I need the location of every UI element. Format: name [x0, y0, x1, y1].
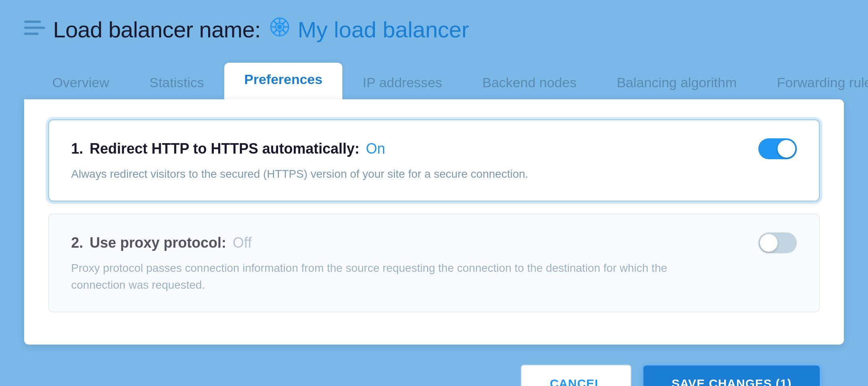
setting-card-proxy: 2. Use proxy protocol: Off Proxy protoco…	[48, 214, 820, 312]
setting-description-2: Proxy protocol passes connection informa…	[71, 260, 714, 294]
svg-rect-1	[24, 27, 45, 29]
setting-description-1: Always redirect visitors to the secured …	[71, 166, 714, 183]
setting-number-1: 1.	[71, 140, 83, 157]
setting-number-2: 2.	[71, 234, 83, 251]
setting-card-redirect: 1. Redirect HTTP to HTTPS automatically:…	[48, 119, 820, 201]
header: Load balancer name: My lo	[24, 16, 844, 43]
setting-title-text-1: Redirect HTTP to HTTPS automatically:	[90, 140, 359, 157]
svg-point-3	[277, 25, 282, 29]
tab-backend-nodes[interactable]: Backend nodes	[462, 66, 596, 99]
balancer-name: My load balancer	[298, 16, 469, 43]
svg-rect-0	[24, 21, 41, 23]
svg-line-12	[283, 21, 286, 24]
setting-header-proxy: 2. Use proxy protocol: Off	[71, 232, 797, 253]
setting-status-on: On	[366, 140, 385, 157]
tab-forwarding-rules[interactable]: Forwarding rules	[757, 66, 868, 99]
cancel-button[interactable]: CANCEL	[521, 365, 631, 386]
svg-rect-2	[24, 33, 39, 35]
svg-line-11	[283, 30, 286, 33]
header-title: Load balancer name:	[53, 16, 261, 43]
toggle-knob-redirect	[778, 140, 795, 158]
setting-title-redirect: 1. Redirect HTTP to HTTPS automatically:…	[71, 140, 385, 157]
svg-line-10	[274, 21, 277, 24]
svg-line-13	[274, 30, 277, 33]
main-content: 1. Redirect HTTP to HTTPS automatically:…	[24, 99, 844, 345]
tab-overview[interactable]: Overview	[32, 66, 129, 99]
tabs-container: Overview Statistics Preferences IP addre…	[24, 63, 844, 99]
save-changes-button[interactable]: SAVE CHANGES (1)	[643, 365, 820, 386]
tab-preferences[interactable]: Preferences	[224, 63, 343, 99]
setting-title-text-2: Use proxy protocol:	[90, 234, 226, 251]
tab-ip-addresses[interactable]: IP addresses	[342, 66, 462, 99]
setting-status-off: Off	[233, 234, 252, 251]
toggle-redirect[interactable]	[758, 138, 797, 159]
setting-title-proxy: 2. Use proxy protocol: Off	[71, 234, 252, 251]
setting-header-redirect: 1. Redirect HTTP to HTTPS automatically:…	[71, 138, 797, 159]
page-wrapper: Load balancer name: My lo	[0, 0, 868, 386]
header-name-wrapper: My load balancer	[269, 16, 469, 43]
list-icon	[24, 19, 45, 40]
helm-icon	[269, 16, 291, 43]
tab-balancing-algorithm[interactable]: Balancing algorithm	[597, 66, 757, 99]
toggle-knob-proxy	[760, 234, 778, 252]
bottom-bar: CANCEL SAVE CHANGES (1)	[24, 345, 844, 386]
tab-statistics[interactable]: Statistics	[129, 66, 224, 99]
toggle-proxy[interactable]	[758, 232, 797, 253]
